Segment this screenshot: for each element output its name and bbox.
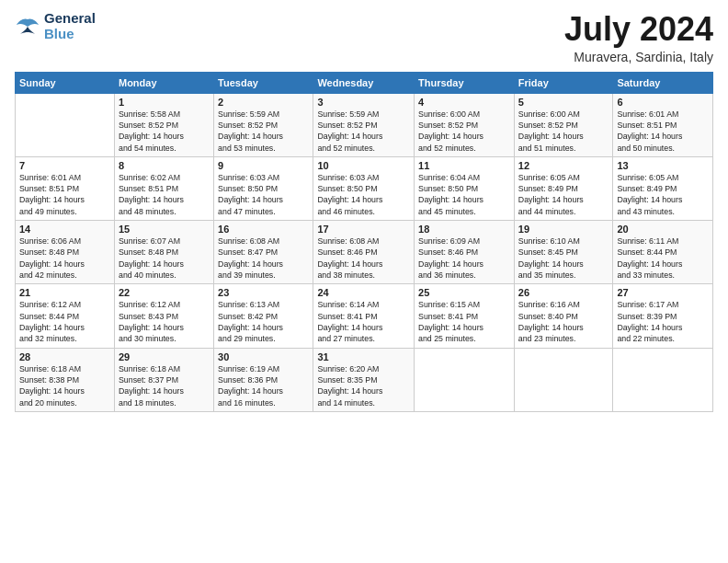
header-day-sunday: Sunday: [16, 72, 115, 93]
header-row: SundayMondayTuesdayWednesdayThursdayFrid…: [16, 72, 713, 93]
day-info: Sunrise: 6:05 AM Sunset: 8:49 PM Dayligh…: [518, 172, 609, 217]
day-number: 26: [518, 287, 609, 298]
calendar-cell: 20Sunrise: 6:11 AM Sunset: 8:44 PM Dayli…: [613, 221, 713, 284]
day-info: Sunrise: 6:08 AM Sunset: 8:46 PM Dayligh…: [317, 236, 410, 281]
calendar-table: SundayMondayTuesdayWednesdayThursdayFrid…: [15, 72, 713, 412]
page: General Blue July 2024 Muravera, Sardini…: [0, 0, 728, 563]
calendar-cell: [613, 348, 713, 411]
day-info: Sunrise: 6:00 AM Sunset: 8:52 PM Dayligh…: [518, 109, 609, 154]
location: Muravera, Sardinia, Italy: [564, 50, 713, 64]
day-info: Sunrise: 6:03 AM Sunset: 8:50 PM Dayligh…: [218, 172, 309, 217]
logo-icon: [15, 16, 40, 38]
header-day-thursday: Thursday: [415, 72, 515, 93]
header-day-wednesday: Wednesday: [313, 72, 415, 93]
day-info: Sunrise: 6:07 AM Sunset: 8:48 PM Dayligh…: [119, 236, 210, 281]
week-row-2: 7Sunrise: 6:01 AM Sunset: 8:51 PM Daylig…: [16, 156, 713, 220]
header: General Blue July 2024 Muravera, Sardini…: [15, 11, 713, 64]
calendar-cell: 14Sunrise: 6:06 AM Sunset: 8:48 PM Dayli…: [16, 221, 115, 284]
day-number: 8: [119, 160, 210, 171]
calendar-cell: 6Sunrise: 6:01 AM Sunset: 8:51 PM Daylig…: [613, 93, 713, 156]
day-info: Sunrise: 6:19 AM Sunset: 8:36 PM Dayligh…: [218, 363, 309, 408]
logo-text: General Blue: [44, 11, 96, 41]
day-number: 2: [218, 97, 309, 108]
logo-line1: General: [44, 11, 96, 27]
calendar-cell: 21Sunrise: 6:12 AM Sunset: 8:44 PM Dayli…: [16, 284, 115, 348]
header-day-tuesday: Tuesday: [214, 72, 313, 93]
calendar-cell: 28Sunrise: 6:18 AM Sunset: 8:38 PM Dayli…: [16, 348, 115, 411]
calendar-cell: 4Sunrise: 6:00 AM Sunset: 8:52 PM Daylig…: [415, 93, 515, 156]
title-block: July 2024 Muravera, Sardinia, Italy: [564, 11, 713, 64]
day-info: Sunrise: 6:13 AM Sunset: 8:42 PM Dayligh…: [218, 299, 309, 344]
day-number: 22: [119, 287, 210, 298]
day-info: Sunrise: 6:20 AM Sunset: 8:35 PM Dayligh…: [317, 363, 410, 408]
week-row-5: 28Sunrise: 6:18 AM Sunset: 8:38 PM Dayli…: [16, 348, 713, 411]
week-row-4: 21Sunrise: 6:12 AM Sunset: 8:44 PM Dayli…: [16, 284, 713, 348]
calendar-cell: 25Sunrise: 6:15 AM Sunset: 8:41 PM Dayli…: [415, 284, 515, 348]
week-row-3: 14Sunrise: 6:06 AM Sunset: 8:48 PM Dayli…: [16, 221, 713, 284]
calendar-cell: 16Sunrise: 6:08 AM Sunset: 8:47 PM Dayli…: [214, 221, 313, 284]
day-info: Sunrise: 5:59 AM Sunset: 8:52 PM Dayligh…: [317, 109, 410, 154]
calendar-cell: 12Sunrise: 6:05 AM Sunset: 8:49 PM Dayli…: [514, 156, 613, 220]
calendar-cell: 9Sunrise: 6:03 AM Sunset: 8:50 PM Daylig…: [214, 156, 313, 220]
day-info: Sunrise: 6:06 AM Sunset: 8:48 PM Dayligh…: [19, 236, 110, 281]
day-info: Sunrise: 6:11 AM Sunset: 8:44 PM Dayligh…: [617, 236, 709, 281]
day-info: Sunrise: 6:16 AM Sunset: 8:40 PM Dayligh…: [518, 299, 609, 344]
calendar-cell: [514, 348, 613, 411]
calendar-cell: 30Sunrise: 6:19 AM Sunset: 8:36 PM Dayli…: [214, 348, 313, 411]
day-info: Sunrise: 5:59 AM Sunset: 8:52 PM Dayligh…: [218, 109, 309, 154]
calendar-cell: 23Sunrise: 6:13 AM Sunset: 8:42 PM Dayli…: [214, 284, 313, 348]
calendar-cell: 29Sunrise: 6:18 AM Sunset: 8:37 PM Dayli…: [114, 348, 213, 411]
day-number: 30: [218, 351, 309, 362]
day-number: 4: [418, 97, 510, 108]
calendar-cell: 7Sunrise: 6:01 AM Sunset: 8:51 PM Daylig…: [16, 156, 115, 220]
day-number: 12: [518, 160, 609, 171]
day-info: Sunrise: 6:12 AM Sunset: 8:43 PM Dayligh…: [119, 299, 210, 344]
day-info: Sunrise: 6:05 AM Sunset: 8:49 PM Dayligh…: [617, 172, 709, 217]
calendar-cell: 10Sunrise: 6:03 AM Sunset: 8:50 PM Dayli…: [313, 156, 415, 220]
day-number: 10: [317, 160, 410, 171]
day-info: Sunrise: 6:14 AM Sunset: 8:41 PM Dayligh…: [317, 299, 410, 344]
day-number: 6: [617, 97, 709, 108]
calendar-cell: 1Sunrise: 5:58 AM Sunset: 8:52 PM Daylig…: [114, 93, 213, 156]
day-number: 29: [119, 351, 210, 362]
day-number: 31: [317, 351, 410, 362]
calendar-cell: 18Sunrise: 6:09 AM Sunset: 8:46 PM Dayli…: [415, 221, 515, 284]
day-number: 24: [317, 287, 410, 298]
calendar-cell: 27Sunrise: 6:17 AM Sunset: 8:39 PM Dayli…: [613, 284, 713, 348]
day-info: Sunrise: 6:01 AM Sunset: 8:51 PM Dayligh…: [19, 172, 110, 217]
calendar-cell: 5Sunrise: 6:00 AM Sunset: 8:52 PM Daylig…: [514, 93, 613, 156]
header-day-monday: Monday: [114, 72, 213, 93]
day-number: 28: [19, 351, 110, 362]
day-info: Sunrise: 6:18 AM Sunset: 8:37 PM Dayligh…: [119, 363, 210, 408]
day-number: 27: [617, 287, 709, 298]
day-info: Sunrise: 6:00 AM Sunset: 8:52 PM Dayligh…: [418, 109, 510, 154]
day-info: Sunrise: 6:10 AM Sunset: 8:45 PM Dayligh…: [518, 236, 609, 281]
day-info: Sunrise: 6:02 AM Sunset: 8:51 PM Dayligh…: [119, 172, 210, 217]
day-info: Sunrise: 6:04 AM Sunset: 8:50 PM Dayligh…: [418, 172, 510, 217]
calendar-cell: 31Sunrise: 6:20 AM Sunset: 8:35 PM Dayli…: [313, 348, 415, 411]
calendar-cell: 15Sunrise: 6:07 AM Sunset: 8:48 PM Dayli…: [114, 221, 213, 284]
day-info: Sunrise: 5:58 AM Sunset: 8:52 PM Dayligh…: [119, 109, 210, 154]
calendar-cell: 13Sunrise: 6:05 AM Sunset: 8:49 PM Dayli…: [613, 156, 713, 220]
day-number: 14: [19, 224, 110, 235]
day-number: 9: [218, 160, 309, 171]
day-number: 13: [617, 160, 709, 171]
calendar-cell: [16, 93, 115, 156]
day-info: Sunrise: 6:01 AM Sunset: 8:51 PM Dayligh…: [617, 109, 709, 154]
logo: General Blue: [15, 11, 96, 41]
header-day-friday: Friday: [514, 72, 613, 93]
calendar-cell: 17Sunrise: 6:08 AM Sunset: 8:46 PM Dayli…: [313, 221, 415, 284]
calendar-cell: 2Sunrise: 5:59 AM Sunset: 8:52 PM Daylig…: [214, 93, 313, 156]
calendar-cell: 22Sunrise: 6:12 AM Sunset: 8:43 PM Dayli…: [114, 284, 213, 348]
day-number: 23: [218, 287, 309, 298]
calendar-cell: 11Sunrise: 6:04 AM Sunset: 8:50 PM Dayli…: [415, 156, 515, 220]
month-title: July 2024: [564, 11, 713, 48]
day-info: Sunrise: 6:18 AM Sunset: 8:38 PM Dayligh…: [19, 363, 110, 408]
day-number: 17: [317, 224, 410, 235]
day-info: Sunrise: 6:03 AM Sunset: 8:50 PM Dayligh…: [317, 172, 410, 217]
header-day-saturday: Saturday: [613, 72, 713, 93]
calendar-cell: 26Sunrise: 6:16 AM Sunset: 8:40 PM Dayli…: [514, 284, 613, 348]
calendar-cell: [415, 348, 515, 411]
week-row-1: 1Sunrise: 5:58 AM Sunset: 8:52 PM Daylig…: [16, 93, 713, 156]
calendar-cell: 8Sunrise: 6:02 AM Sunset: 8:51 PM Daylig…: [114, 156, 213, 220]
